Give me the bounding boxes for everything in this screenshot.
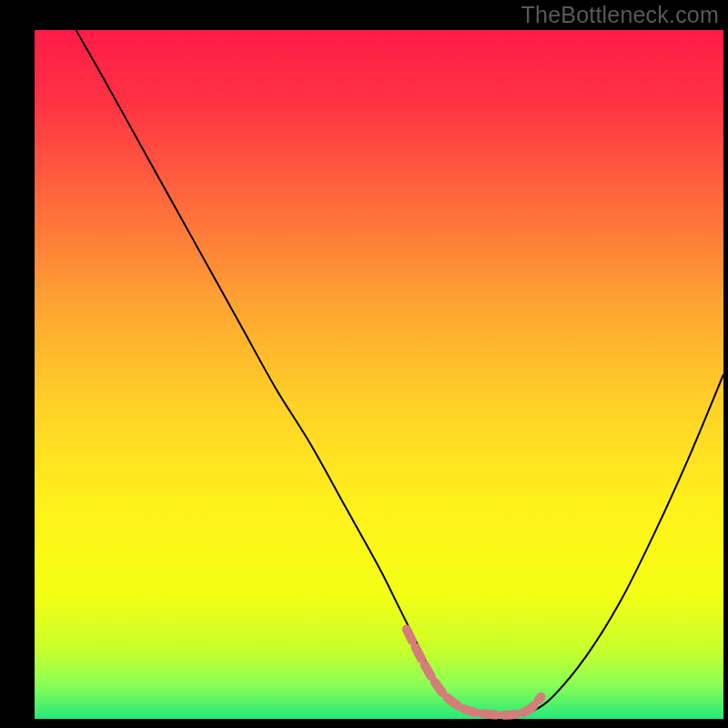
watermark-text: TheBottleneck.com: [521, 2, 719, 28]
plot-background: [35, 30, 723, 719]
bottleneck-chart: [0, 0, 728, 728]
chart-frame: TheBottleneck.com: [0, 0, 728, 728]
